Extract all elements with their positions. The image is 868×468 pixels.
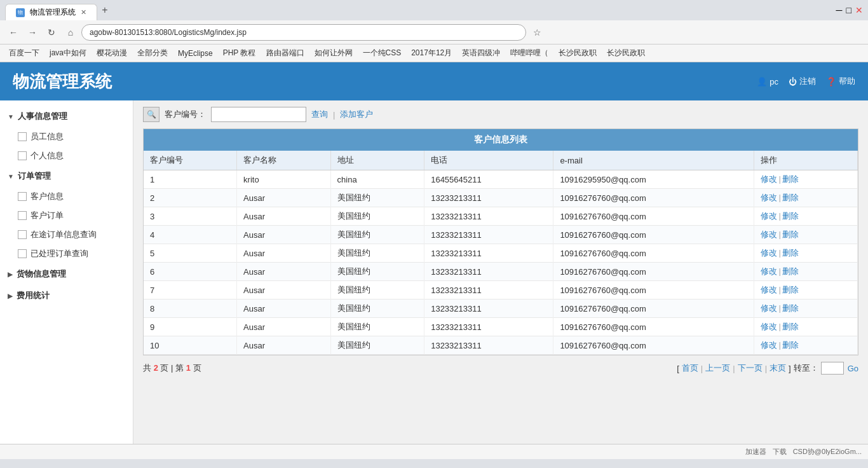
- edit-btn[interactable]: 修改: [761, 303, 777, 313]
- active-tab[interactable]: 物 物流管理系统 ✕: [5, 4, 97, 20]
- sidebar-item-processed-order[interactable]: 已处理订单查询: [0, 244, 133, 263]
- triangle-down-icon-2: ▼: [8, 173, 14, 180]
- sidebar-section-personnel: ▼ 人事信息管理 员工信息 个人信息: [0, 106, 133, 165]
- sidebar-item-order-query[interactable]: 在途订单信息查询: [0, 225, 133, 244]
- edit-btn[interactable]: 修改: [761, 174, 777, 184]
- bookmark-css[interactable]: 一个纯CSS: [359, 46, 405, 60]
- help-action[interactable]: ❓ 帮助: [826, 76, 855, 87]
- edit-btn[interactable]: 修改: [761, 266, 777, 276]
- cell-address: 美国纽约: [330, 207, 424, 226]
- edit-btn[interactable]: 修改: [761, 340, 777, 350]
- goto-page-input[interactable]: [821, 362, 844, 375]
- search-icon-btn[interactable]: 🔍: [143, 107, 159, 122]
- edit-btn[interactable]: 修改: [761, 211, 777, 221]
- action-sep: |: [778, 285, 780, 294]
- bookmark-php[interactable]: PHP 教程: [219, 46, 260, 60]
- logout-action[interactable]: ⏻ 注销: [789, 76, 816, 87]
- close-btn[interactable]: ✕: [855, 5, 863, 15]
- delete-btn[interactable]: 删除: [782, 340, 799, 350]
- edit-btn[interactable]: 修改: [761, 322, 777, 331]
- browser-window: 物 物流管理系统 ✕ + ─ □ ✕ ← → ↻ ⌂ ☆ 百度一下 java中如…: [0, 0, 868, 468]
- sidebar-item-employee-info[interactable]: 员工信息: [0, 127, 133, 146]
- forward-btn[interactable]: →: [24, 24, 41, 41]
- sidebar-item-personal-info[interactable]: 个人信息: [0, 146, 133, 165]
- query-btn[interactable]: 查询: [311, 109, 328, 120]
- edit-btn[interactable]: 修改: [761, 230, 777, 239]
- cell-address: 美国纽约: [330, 318, 424, 336]
- edit-btn[interactable]: 修改: [761, 285, 777, 294]
- cell-address: 美国纽约: [330, 226, 424, 244]
- address-bar[interactable]: [81, 24, 526, 41]
- total-pages: 2: [154, 363, 158, 373]
- new-tab-btn[interactable]: +: [97, 3, 112, 18]
- sidebar-header-fee[interactable]: ▶ 费用统计: [0, 285, 133, 306]
- back-btn[interactable]: ←: [5, 24, 22, 41]
- cell-phone: 13233213311: [424, 207, 553, 226]
- cell-email: 10916276760@qq.com: [553, 263, 754, 281]
- bookmark-english[interactable]: 英语四级冲: [458, 46, 504, 60]
- delete-btn[interactable]: 删除: [782, 266, 799, 276]
- goto-page-btn[interactable]: Go: [848, 364, 858, 373]
- cell-action: 修改|删除: [754, 226, 858, 244]
- delete-btn[interactable]: 删除: [782, 193, 799, 202]
- home-btn[interactable]: ⌂: [62, 24, 79, 41]
- minimize-btn[interactable]: ─: [836, 5, 843, 15]
- cell-name: Ausar: [237, 318, 331, 336]
- prev-page-btn[interactable]: 上一页: [705, 362, 730, 374]
- cell-id: 6: [144, 263, 237, 281]
- cell-phone: 13233213311: [424, 336, 553, 355]
- delete-btn[interactable]: 删除: [782, 174, 799, 184]
- bookmark-btn[interactable]: ☆: [529, 24, 545, 41]
- delete-btn[interactable]: 删除: [782, 211, 799, 221]
- cell-action: 修改|删除: [754, 336, 858, 355]
- cell-address: 美国纽约: [330, 299, 424, 318]
- delete-btn[interactable]: 删除: [782, 248, 799, 258]
- bookmark-2017[interactable]: 2017年12月: [407, 46, 456, 60]
- maximize-btn[interactable]: □: [846, 5, 851, 15]
- tab-title: 物流管理系统: [30, 7, 76, 18]
- col-name: 客户名称: [237, 151, 331, 170]
- sidebar-header-orders[interactable]: ▼ 订单管理: [0, 165, 133, 187]
- first-page-btn[interactable]: 首页: [682, 362, 698, 374]
- delete-btn[interactable]: 删除: [782, 322, 799, 331]
- tab-favicon: 物: [16, 8, 25, 17]
- bookmark-java[interactable]: java中如何: [46, 46, 90, 60]
- last-page-btn[interactable]: 末页: [770, 362, 786, 374]
- sidebar-header-cargo[interactable]: ▶ 货物信息管理: [0, 263, 133, 285]
- bookmark-extranet[interactable]: 如何让外网: [311, 46, 356, 60]
- sidebar-item-customer-info[interactable]: 客户信息: [0, 187, 133, 206]
- status-accelerator: 加速器: [745, 447, 766, 457]
- cell-id: 1: [144, 170, 237, 189]
- cell-phone: 13233213311: [424, 299, 553, 318]
- bookmark-baidu[interactable]: 百度一下: [5, 46, 43, 60]
- tab-close-btn[interactable]: ✕: [81, 8, 86, 17]
- cell-name: Ausar: [237, 207, 331, 226]
- bookmark-bilibili[interactable]: 哔哩哔哩（: [506, 46, 552, 60]
- edit-btn[interactable]: 修改: [761, 193, 777, 202]
- bookmark-myeclipse[interactable]: MyEclipse: [174, 48, 217, 59]
- col-action: 操作: [754, 151, 858, 170]
- sidebar-header-personnel[interactable]: ▼ 人事信息管理: [0, 106, 133, 127]
- reload-btn[interactable]: ↻: [43, 24, 60, 41]
- bookmark-sakura[interactable]: 樱花动漫: [93, 46, 131, 60]
- search-input[interactable]: [211, 107, 306, 122]
- table-row: 3 Ausar 美国纽约 13233213311 10916276760@qq.…: [144, 207, 858, 226]
- bookmark-category[interactable]: 全部分类: [133, 46, 172, 60]
- bookmark-changsha2[interactable]: 长沙民政职: [603, 46, 649, 60]
- bookmark-router[interactable]: 路由器端口: [262, 46, 308, 60]
- edit-btn[interactable]: 修改: [761, 248, 777, 258]
- delete-btn[interactable]: 删除: [782, 303, 799, 313]
- next-page-btn[interactable]: 下一页: [738, 362, 763, 374]
- sidebar-section-personnel-label: 人事信息管理: [18, 111, 67, 122]
- user-action[interactable]: 👤 pc: [757, 77, 778, 86]
- bookmarks-bar: 百度一下 java中如何 樱花动漫 全部分类 MyEclipse PHP 教程 …: [0, 45, 868, 62]
- cell-id: 8: [144, 299, 237, 318]
- table-row: 9 Ausar 美国纽约 13233213311 10916276760@qq.…: [144, 318, 858, 336]
- bookmark-changsha1[interactable]: 长沙民政职: [555, 46, 600, 60]
- sidebar-item-customer-order[interactable]: 客户订单: [0, 206, 133, 225]
- cell-email: 10916295950@qq.com: [553, 170, 754, 189]
- add-customer-btn[interactable]: 添加客户: [340, 109, 373, 120]
- action-sep: |: [778, 303, 780, 313]
- delete-btn[interactable]: 删除: [782, 230, 799, 239]
- delete-btn[interactable]: 删除: [782, 285, 799, 294]
